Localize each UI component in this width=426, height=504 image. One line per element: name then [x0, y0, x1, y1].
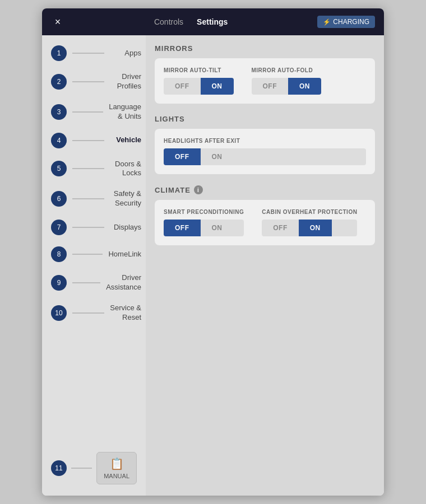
- sidebar-item-homelink[interactable]: 8 HomeLink: [42, 241, 146, 268]
- sidebar-label-doors: Doors &Locks: [115, 160, 141, 179]
- main-window: × Controls Settings ⚡ CHARGING 1 Apps 2: [42, 8, 384, 496]
- header: × Controls Settings ⚡ CHARGING: [42, 8, 384, 35]
- climate-section: CLIMATE i SMART PRECONDITIONING OFF ON: [155, 185, 375, 245]
- charging-label: CHARGING: [333, 18, 369, 26]
- charging-badge: ⚡ CHARGING: [317, 16, 375, 28]
- headlights-buttons: OFF ON: [164, 148, 366, 165]
- sidebar-badge-10: 10: [51, 305, 67, 321]
- sidebar-line-5: [72, 168, 104, 169]
- sidebar-label-service-reset: Service &Reset: [110, 304, 141, 323]
- sidebar-item-apps[interactable]: 1 Apps: [42, 40, 146, 67]
- sidebar-label-language: Language& Units: [109, 102, 141, 122]
- lights-section: LIGHTS HEADLIGHTS AFTER EXIT OFF ON: [155, 115, 375, 174]
- sidebar-item-service-reset[interactable]: 10 Service &Reset: [42, 298, 146, 328]
- sidebar-right-2: DriverProfiles: [110, 72, 142, 91]
- sidebar-right-5: Doors &Locks: [110, 160, 142, 179]
- sidebar-badge-3: 3: [51, 104, 67, 120]
- mirror-auto-fold-buttons: OFF ON: [252, 78, 322, 95]
- sidebar-line-1: [72, 53, 104, 54]
- sidebar-right-8: HomeLink: [108, 250, 141, 259]
- sidebar-right-4: Vehicle: [110, 136, 142, 145]
- main-area: 1 Apps 2 DriverProfiles 3 Language& Un: [42, 35, 384, 496]
- sidebar-line-2: [72, 81, 104, 82]
- sidebar-right-1: Apps: [110, 49, 142, 58]
- nav-controls[interactable]: Controls: [154, 17, 183, 26]
- sidebar-right-10: Service &Reset: [110, 304, 142, 323]
- sidebar-line-6: [72, 198, 104, 199]
- sidebar-label-vehicle: Vehicle: [116, 136, 141, 145]
- lights-title: LIGHTS: [155, 115, 375, 123]
- manual-icon: 📋: [110, 457, 124, 470]
- sidebar-badge-2: 2: [51, 74, 67, 90]
- sidebar-label-homelink: HomeLink: [108, 250, 141, 259]
- sidebar-line-4: [72, 140, 104, 141]
- mirror-auto-tilt-item: MIRROR AUTO-TILT OFF ON: [164, 67, 234, 95]
- sidebar-item-language[interactable]: 3 Language& Units: [42, 97, 146, 127]
- sidebar-right-7: Displays: [110, 223, 142, 232]
- sidebar-badge-11: 11: [51, 460, 67, 476]
- cabin-overheat-off-button[interactable]: OFF: [262, 220, 299, 236]
- sidebar-badge-7: 7: [51, 220, 67, 235]
- sidebar-line-10: [72, 312, 104, 314]
- sidebar-label-driver-profiles: DriverProfiles: [117, 72, 141, 91]
- sidebar-item-safety[interactable]: 6 Safety &Security: [42, 184, 146, 214]
- sidebar-label-apps: Apps: [124, 49, 141, 58]
- sidebar-item-driver-profiles[interactable]: 2 DriverProfiles: [42, 67, 146, 97]
- sidebar-badge-6: 6: [51, 191, 67, 207]
- sidebar-line-7: [72, 227, 104, 228]
- mirrors-card: MIRROR AUTO-TILT OFF ON MIRROR AUTO-FOLD…: [155, 58, 375, 104]
- sidebar-badge-4: 4: [51, 133, 67, 148]
- smart-preconditioning-buttons: OFF ON: [164, 220, 244, 236]
- sidebar-right-9: DriverAssistance: [106, 273, 141, 292]
- nav-settings[interactable]: Settings: [197, 17, 228, 26]
- cabin-overheat-on-button[interactable]: ON: [299, 220, 332, 236]
- headlights-label: HEADLIGHTS AFTER EXIT: [164, 138, 366, 144]
- smart-preconditioning-off-button[interactable]: OFF: [164, 220, 201, 236]
- mirror-auto-fold-item: MIRROR AUTO-FOLD OFF ON: [252, 67, 322, 95]
- smart-preconditioning-item: SMART PRECONDITIONING OFF ON: [164, 209, 244, 236]
- sidebar-item-vehicle[interactable]: 4 Vehicle: [42, 127, 146, 154]
- cabin-overheat-buttons: OFF ON: [262, 220, 357, 236]
- sidebar-line-9: [72, 282, 100, 283]
- headlights-on-button[interactable]: ON: [201, 148, 234, 165]
- sidebar-label-displays: Displays: [114, 223, 141, 232]
- climate-card: SMART PRECONDITIONING OFF ON CABIN OVERH…: [155, 200, 375, 245]
- sidebar-badge-1: 1: [51, 45, 67, 61]
- mirror-auto-fold-on-button[interactable]: ON: [288, 78, 321, 95]
- sidebar-item-displays[interactable]: 7 Displays: [42, 214, 146, 241]
- lights-card: HEADLIGHTS AFTER EXIT OFF ON: [155, 129, 375, 174]
- mirrors-section: MIRRORS MIRROR AUTO-TILT OFF ON: [155, 44, 375, 104]
- mirror-auto-tilt-on-button[interactable]: ON: [201, 78, 234, 95]
- climate-title: CLIMATE i: [155, 185, 375, 194]
- sidebar-item-driver-assistance[interactable]: 9 DriverAssistance: [42, 268, 146, 298]
- sidebar-right-3: Language& Units: [109, 102, 141, 122]
- smart-preconditioning-label: SMART PRECONDITIONING: [164, 209, 244, 215]
- content-area: MIRRORS MIRROR AUTO-TILT OFF ON: [146, 35, 384, 496]
- sidebar-item-doors[interactable]: 5 Doors &Locks: [42, 154, 146, 184]
- sidebar-right-6: Safety &Security: [110, 189, 142, 208]
- cabin-overheat-label: CABIN OVERHEAT PROTECTION: [262, 209, 357, 215]
- climate-toggle-group: SMART PRECONDITIONING OFF ON CABIN OVERH…: [164, 209, 366, 236]
- sidebar-label-driver-assistance: DriverAssistance: [106, 273, 141, 292]
- sidebar-line-11: [71, 468, 92, 469]
- charging-icon: ⚡: [323, 18, 331, 26]
- sidebar-label-safety: Safety &Security: [114, 189, 141, 208]
- manual-button[interactable]: 📋 MANUAL: [96, 452, 137, 484]
- manual-label: MANUAL: [104, 473, 129, 479]
- sidebar: 1 Apps 2 DriverProfiles 3 Language& Un: [42, 35, 146, 496]
- sidebar-line-3: [72, 111, 103, 113]
- mirror-auto-tilt-off-button[interactable]: OFF: [164, 78, 201, 95]
- mirror-auto-tilt-buttons: OFF ON: [164, 78, 234, 95]
- mirrors-title: MIRRORS: [155, 44, 375, 53]
- sidebar-badge-8: 8: [51, 246, 67, 262]
- mirror-auto-fold-off-button[interactable]: OFF: [252, 78, 289, 95]
- mirrors-toggle-group: MIRROR AUTO-TILT OFF ON MIRROR AUTO-FOLD…: [164, 67, 366, 95]
- headlights-off-button[interactable]: OFF: [164, 148, 201, 165]
- mirror-auto-fold-label: MIRROR AUTO-FOLD: [252, 67, 322, 73]
- cabin-overheat-item: CABIN OVERHEAT PROTECTION OFF ON: [262, 209, 357, 236]
- mirror-auto-tilt-label: MIRROR AUTO-TILT: [164, 67, 234, 73]
- smart-preconditioning-on-button[interactable]: ON: [201, 220, 234, 236]
- climate-info-icon[interactable]: i: [194, 185, 203, 194]
- manual-section: 11 📋 MANUAL: [42, 445, 146, 491]
- close-button[interactable]: ×: [51, 16, 64, 28]
